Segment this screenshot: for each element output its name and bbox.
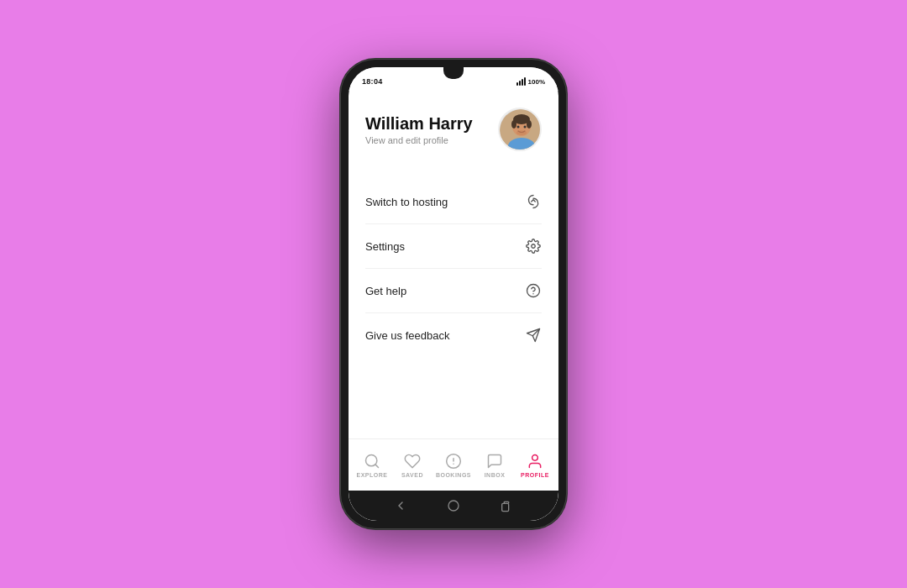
avatar-image [500, 109, 542, 151]
profile-info: William Harry View and edit profile [365, 114, 473, 145]
feedback-icon [525, 327, 542, 344]
svg-rect-21 [502, 503, 509, 511]
nav-item-bookings[interactable]: BOOKINGS [436, 452, 471, 478]
profile-nav-icon [526, 452, 544, 470]
help-icon [525, 282, 542, 299]
svg-point-5 [527, 120, 532, 129]
get-help-label: Get help [365, 285, 406, 297]
status-indicators: 100% [516, 77, 545, 86]
svg-point-9 [532, 244, 536, 249]
nav-item-saved[interactable]: SAVED [396, 452, 429, 478]
app-content: William Harry View and edit profile [349, 91, 558, 438]
user-name: William Harry [365, 114, 473, 134]
bottom-nav: EXPLORE SAVED [349, 438, 558, 491]
android-nav-bar [349, 491, 558, 521]
status-time: 18:04 [362, 77, 383, 86]
avatar[interactable] [498, 108, 542, 151]
nav-item-profile[interactable]: PROFILE [518, 452, 552, 478]
menu-list: Switch to hosting Settings [365, 180, 542, 357]
android-home-icon[interactable] [447, 499, 460, 512]
inbox-icon [485, 452, 504, 470]
saved-icon [403, 452, 422, 470]
signal-icon [516, 77, 526, 86]
profile-label: PROFILE [521, 472, 549, 478]
svg-point-6 [517, 126, 520, 129]
nav-item-inbox[interactable]: INBOX [478, 452, 511, 478]
feedback-label: Give us feedback [365, 329, 449, 342]
svg-point-10 [527, 285, 540, 297]
svg-point-19 [532, 455, 538, 461]
phone-screen: 18:04 100% William Harry View and edit p [349, 67, 558, 521]
menu-item-settings[interactable]: Settings [365, 224, 542, 269]
explore-icon [363, 452, 381, 470]
svg-line-15 [375, 465, 379, 468]
explore-label: EXPLORE [357, 472, 388, 478]
switch-hosting-icon [525, 193, 542, 210]
status-bar: 18:04 100% [349, 67, 558, 91]
settings-label: Settings [365, 240, 405, 253]
battery-icon: 100% [528, 78, 545, 86]
camera-notch [443, 67, 464, 79]
menu-item-switch-hosting[interactable]: Switch to hosting [365, 180, 542, 224]
menu-item-feedback[interactable]: Give us feedback [365, 313, 542, 357]
menu-item-get-help[interactable]: Get help [365, 269, 542, 313]
svg-point-4 [511, 120, 516, 129]
svg-point-7 [524, 126, 527, 129]
phone-device: 18:04 100% William Harry View and edit p [340, 59, 567, 529]
switch-hosting-label: Switch to hosting [365, 196, 448, 208]
profile-header[interactable]: William Harry View and edit profile [365, 108, 542, 160]
bookings-icon [444, 452, 463, 470]
nav-item-explore[interactable]: EXPLORE [355, 452, 389, 478]
bookings-label: BOOKINGS [436, 472, 471, 478]
settings-icon [525, 238, 542, 255]
android-recent-icon[interactable] [500, 499, 513, 512]
inbox-label: INBOX [485, 472, 506, 478]
saved-label: SAVED [401, 472, 423, 478]
user-subtitle: View and edit profile [365, 135, 473, 145]
svg-point-20 [448, 501, 459, 511]
android-back-icon[interactable] [394, 499, 407, 512]
svg-point-8 [516, 130, 527, 135]
